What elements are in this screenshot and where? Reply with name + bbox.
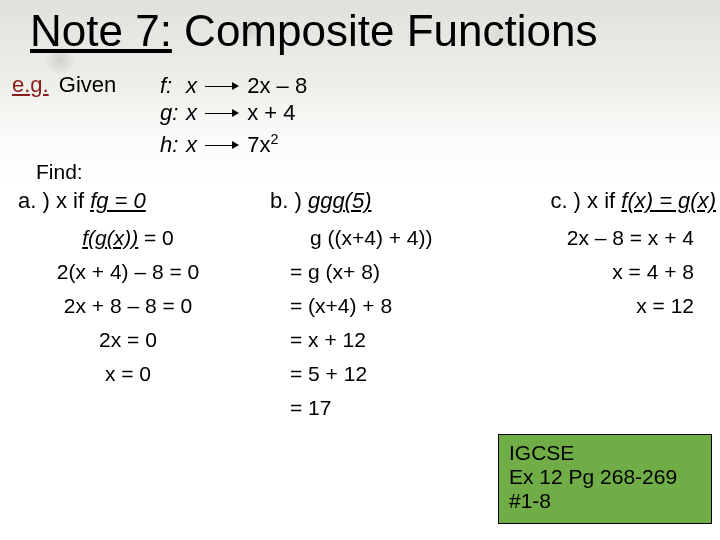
def-g: g:x x + 4 (160, 99, 307, 126)
a-step-4: 2x = 0 (18, 328, 238, 352)
arrow-icon (203, 81, 241, 91)
b-heading: b. ) ggg(5) (260, 188, 490, 214)
c-step-1: 2x – 8 = x + 4 (516, 226, 716, 250)
a-step-5: x = 0 (18, 362, 238, 386)
column-c: c. ) x if f(x) = g(x) 2x – 8 = x + 4 x =… (516, 188, 716, 328)
example-row: e.g. Given (12, 72, 116, 98)
find-label: Find: (36, 160, 83, 184)
def-h: h:x 7x2 (160, 126, 307, 158)
column-a: a. ) x if fg = 0 f(g(x)) = 0 2(x + 4) – … (18, 188, 238, 396)
a-step-1: f(g(x)) = 0 (18, 226, 238, 250)
hw-line-2: Ex 12 Pg 268-269 (509, 465, 701, 489)
column-b: b. ) ggg(5) g ((x+4) + 4)) = g (x+ 8) = … (260, 188, 490, 430)
slide-title: Note 7: Composite Functions (0, 0, 720, 56)
b-step-2: = g (x+ 8) (260, 260, 490, 284)
def-f: f:x 2x – 8 (160, 72, 307, 99)
b-step-6: = 17 (260, 396, 490, 420)
a-step-2: 2(x + 4) – 8 = 0 (18, 260, 238, 284)
b-step-1: g ((x+4) + 4)) (260, 226, 490, 250)
hw-line-3: #1-8 (509, 489, 701, 513)
b-step-4: = x + 12 (260, 328, 490, 352)
c-heading: c. ) x if f(x) = g(x) (516, 188, 716, 214)
arrow-icon (203, 108, 241, 118)
b-step-5: = 5 + 12 (260, 362, 490, 386)
a-step-3: 2x + 8 – 8 = 0 (18, 294, 238, 318)
c-step-2: x = 4 + 8 (516, 260, 716, 284)
homework-box: IGCSE Ex 12 Pg 268-269 #1-8 (498, 434, 712, 524)
arrow-icon (203, 140, 241, 150)
function-definitions: f:x 2x – 8 g:x x + 4 h:x 7x2 (160, 72, 307, 158)
a-heading: a. ) x if fg = 0 (18, 188, 238, 214)
title-underline: Note 7: (30, 6, 172, 55)
c-step-3: x = 12 (516, 294, 716, 318)
eg-label: e.g. (12, 72, 49, 97)
b-step-3: = (x+4) + 8 (260, 294, 490, 318)
hw-line-1: IGCSE (509, 441, 701, 465)
title-rest: Composite Functions (172, 6, 598, 55)
given-label: Given (59, 72, 116, 97)
